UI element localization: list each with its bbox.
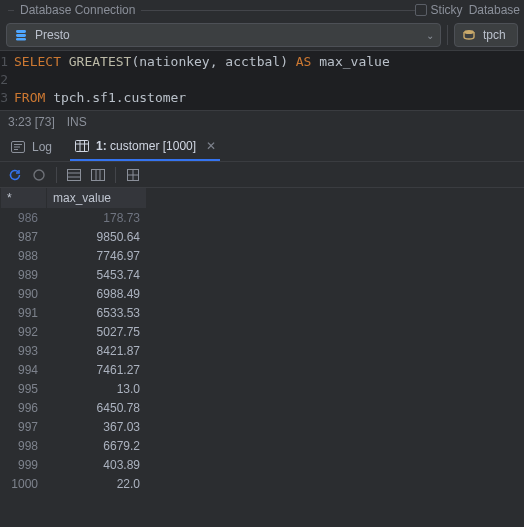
view-rows-button[interactable]	[63, 164, 85, 186]
result-tabs: Log 1: customer [1000] ✕	[0, 132, 524, 162]
table-row[interactable]: 9986679.2	[0, 436, 524, 455]
table-row[interactable]: 9966450.78	[0, 398, 524, 417]
cursor-pos: 3:23	[8, 115, 31, 129]
svg-rect-0	[16, 30, 26, 33]
gutter-line: 1	[0, 53, 14, 71]
row-index: 999	[0, 455, 46, 474]
table-row[interactable]: 999403.89	[0, 455, 524, 474]
chevron-down-icon: ⌄	[426, 30, 434, 41]
row-index: 991	[0, 303, 46, 322]
code-line[interactable]: FROM tpch.sf1.customer	[14, 89, 186, 107]
table-row[interactable]: 9879850.64	[0, 227, 524, 246]
row-index: 998	[0, 436, 46, 455]
table-row[interactable]: 100022.0	[0, 474, 524, 493]
svg-rect-7	[68, 169, 81, 180]
svg-rect-5	[76, 140, 89, 151]
gutter-line: 2	[0, 71, 14, 89]
cell-max_value[interactable]: 5027.75	[46, 322, 146, 341]
cell-max_value[interactable]: 6533.53	[46, 303, 146, 322]
table-row[interactable]: 9916533.53	[0, 303, 524, 322]
datasource-row: Presto ⌄ tpch	[0, 20, 524, 50]
table-row[interactable]: 9938421.87	[0, 341, 524, 360]
sticky-checkbox[interactable]	[415, 4, 427, 16]
code-line[interactable]: SELECT GREATEST(nationkey, acctbal) AS m…	[14, 53, 390, 71]
status-extra: [73]	[35, 115, 55, 129]
sticky-label: Sticky	[431, 3, 463, 17]
column-header-max_value[interactable]: max_value	[46, 188, 146, 208]
cell-max_value[interactable]: 6988.49	[46, 284, 146, 303]
row-index: 988	[0, 246, 46, 265]
cell-max_value[interactable]: 9850.64	[46, 227, 146, 246]
tab-log-label: Log	[32, 140, 52, 154]
database-label: Database	[469, 3, 520, 17]
datasource-icon	[13, 27, 29, 43]
sql-editor[interactable]: 1SELECT GREATEST(nationkey, acctbal) AS …	[0, 50, 524, 110]
cell-max_value[interactable]: 22.0	[46, 474, 146, 493]
status-bar: 3:23 [73] INS	[0, 110, 524, 132]
row-index: 987	[0, 227, 46, 246]
table-row[interactable]: 997367.03	[0, 417, 524, 436]
table-row[interactable]: 9887746.97	[0, 246, 524, 265]
gutter-line: 3	[0, 89, 14, 107]
row-index: 992	[0, 322, 46, 341]
row-index: 997	[0, 417, 46, 436]
schema-value: tpch	[483, 28, 506, 42]
schema-icon	[461, 27, 477, 43]
table-row[interactable]: 9925027.75	[0, 322, 524, 341]
view-columns-button[interactable]	[87, 164, 109, 186]
log-icon	[10, 139, 26, 155]
row-index: 986	[0, 208, 46, 227]
table-row[interactable]: 9947461.27	[0, 360, 524, 379]
result-grid-body[interactable]: 986178.739879850.649887746.979895453.749…	[0, 208, 524, 493]
row-index: 993	[0, 341, 46, 360]
cell-max_value[interactable]: 8421.87	[46, 341, 146, 360]
row-index: 994	[0, 360, 46, 379]
stop-button[interactable]	[28, 164, 50, 186]
row-index: 1000	[0, 474, 46, 493]
grid-corner[interactable]: *	[0, 188, 46, 208]
svg-rect-8	[92, 169, 105, 180]
cell-max_value[interactable]: 6450.78	[46, 398, 146, 417]
connection-label: Database Connection	[14, 3, 141, 17]
table-row[interactable]: 99513.0	[0, 379, 524, 398]
cell-max_value[interactable]: 7461.27	[46, 360, 146, 379]
tab-result-prefix: 1:	[96, 139, 107, 153]
row-index: 989	[0, 265, 46, 284]
table-icon	[74, 138, 90, 154]
top-header: Database Connection Sticky Database	[0, 0, 524, 20]
svg-rect-1	[16, 34, 26, 37]
refresh-button[interactable]	[4, 164, 26, 186]
row-index: 995	[0, 379, 46, 398]
tab-result[interactable]: 1: customer [1000] ✕	[70, 132, 220, 161]
schema-select[interactable]: tpch	[454, 23, 518, 47]
svg-point-3	[464, 30, 474, 34]
cell-max_value[interactable]: 403.89	[46, 455, 146, 474]
table-row[interactable]: 9895453.74	[0, 265, 524, 284]
row-index: 990	[0, 284, 46, 303]
cell-max_value[interactable]: 5453.74	[46, 265, 146, 284]
tab-result-label: customer [1000]	[110, 139, 196, 153]
tab-log[interactable]: Log	[6, 132, 56, 161]
cell-max_value[interactable]: 367.03	[46, 417, 146, 436]
svg-point-6	[34, 170, 44, 180]
svg-rect-2	[16, 38, 26, 41]
cell-max_value[interactable]: 178.73	[46, 208, 146, 227]
table-row[interactable]: 986178.73	[0, 208, 524, 227]
datasource-value: Presto	[35, 28, 70, 42]
insert-mode: INS	[67, 115, 87, 129]
cell-max_value[interactable]: 7746.97	[46, 246, 146, 265]
table-row[interactable]: 9906988.49	[0, 284, 524, 303]
result-grid-header: * max_value	[0, 188, 524, 208]
cell-max_value[interactable]: 13.0	[46, 379, 146, 398]
close-icon[interactable]: ✕	[206, 139, 216, 153]
cell-max_value[interactable]: 6679.2	[46, 436, 146, 455]
view-grid-button[interactable]	[122, 164, 144, 186]
row-index: 996	[0, 398, 46, 417]
datasource-select[interactable]: Presto ⌄	[6, 23, 441, 47]
result-toolbar	[0, 162, 524, 188]
